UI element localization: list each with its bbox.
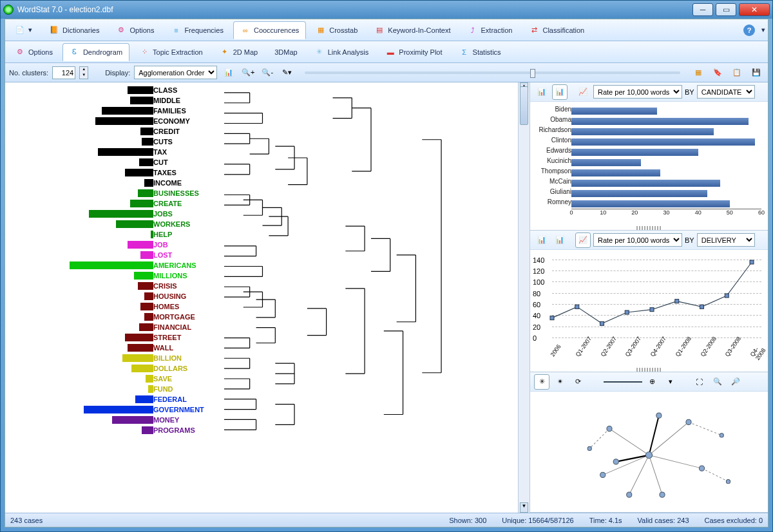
svg-rect-7	[725, 294, 729, 298]
term-label[interactable]: INCOME	[153, 178, 220, 188]
tab-statistics[interactable]: ΣStatistics	[452, 43, 508, 61]
panel-resize-handle[interactable]	[636, 226, 662, 230]
freq-bar	[128, 241, 153, 249]
by-select-2[interactable]: DELIVERY	[697, 233, 755, 247]
hbar-chart-icon[interactable]: 📊	[552, 233, 568, 248]
zoom-out-icon[interactable]: 🔍-	[260, 65, 275, 81]
app-icon	[3, 5, 14, 15]
net-mode-2-icon[interactable]: ✴	[552, 374, 568, 390]
tab-extraction[interactable]: ⤴Extraction	[461, 21, 520, 39]
term-label[interactable]: JOBS	[153, 209, 220, 219]
term-label[interactable]: FEDERAL	[153, 394, 220, 404]
line-chart-icon[interactable]: 📈	[575, 84, 591, 100]
no-clusters-spinner[interactable]: ▲▼	[79, 66, 88, 79]
bar-chart-icon[interactable]: 📊	[534, 233, 549, 248]
line-chart-icon[interactable]: 📈	[575, 233, 591, 248]
bar-value	[571, 108, 657, 115]
chart1-toolbar: 📊 📊 📈 Rate per 10,000 words BY CANDIDATE	[530, 82, 768, 102]
tab-dendrogram[interactable]: ᏋDendrogram	[62, 43, 129, 61]
tab-label: Cooccurences	[254, 26, 299, 34]
term-label[interactable]: JOB	[153, 240, 220, 250]
zoom-out-net-icon[interactable]: 🔎	[728, 374, 743, 390]
tab-classification[interactable]: ⇄Classification	[522, 21, 591, 39]
term-label[interactable]: FINANCIAL	[153, 322, 220, 332]
no-clusters-input[interactable]	[52, 66, 75, 79]
term-label[interactable]: TAXES	[153, 167, 220, 178]
term-label[interactable]: MONEY	[153, 415, 220, 425]
help-button[interactable]: ?	[743, 24, 755, 36]
minimize-button[interactable]: ─	[692, 3, 713, 16]
term-label[interactable]: MORTGAGE	[153, 312, 220, 322]
term-label[interactable]: MILLIONS	[153, 271, 220, 281]
save-icon[interactable]: 💾	[749, 65, 764, 81]
term-label[interactable]: DOLLARS	[153, 363, 220, 374]
term-label[interactable]: CUTS	[153, 137, 220, 147]
rate-select-2[interactable]: Rate per 10,000 words	[593, 233, 682, 247]
tab-topic-extraction[interactable]: ⁘Topic Extraction	[132, 43, 210, 61]
term-label[interactable]: MIDDLE	[153, 95, 220, 106]
term-label[interactable]: CRISIS	[153, 281, 220, 291]
display-select[interactable]: Agglomeration Order	[134, 66, 217, 79]
tab-2d-map[interactable]: ✦2D Map	[213, 43, 265, 61]
term-label[interactable]: FAMILIES	[153, 106, 220, 116]
tab-sub-options[interactable]: ⚙Options	[8, 43, 60, 61]
term-label[interactable]: PROGRAMS	[153, 425, 220, 435]
term-label[interactable]: STREET	[153, 332, 220, 343]
term-label[interactable]: BUSINESSES	[153, 188, 220, 198]
copy-icon[interactable]: 📋	[729, 65, 745, 81]
zoom-in-net-icon[interactable]: 🔍	[710, 374, 725, 390]
term-label[interactable]: FUND	[153, 384, 220, 394]
tab-link-analysis[interactable]: ✳Link Analysis	[307, 43, 376, 61]
term-label[interactable]: ECONOMY	[153, 116, 220, 126]
term-label[interactable]: AMERICANS	[153, 260, 220, 271]
zoom-in-icon[interactable]: 🔍+	[240, 65, 256, 81]
tab-crosstab[interactable]: ▦Crosstab	[309, 21, 365, 39]
term-label[interactable]: SAVE	[153, 374, 220, 384]
by-select-1[interactable]: CANDIDATE	[697, 85, 755, 99]
tab-doc-icon[interactable]: 📄▾	[8, 21, 39, 39]
bar-label: McCain	[533, 178, 571, 185]
panel-resize-handle[interactable]	[636, 368, 662, 372]
fit-icon[interactable]: ⛶	[692, 374, 707, 390]
term-label[interactable]: CUT	[153, 157, 220, 167]
net-mode-1-icon[interactable]: ✳	[534, 374, 549, 390]
hbar-chart-icon[interactable]: 📊	[552, 84, 568, 100]
tag-icon[interactable]: 🔖	[710, 65, 725, 81]
threshold-slider[interactable]	[305, 71, 680, 74]
term-label[interactable]: WALL	[153, 343, 220, 353]
maximize-button[interactable]: ▭	[716, 3, 736, 16]
tab-proximity-plot[interactable]: ▬Proximity Plot	[378, 43, 449, 61]
network-graph[interactable]	[530, 392, 768, 512]
svg-rect-4	[650, 308, 654, 312]
tab-cooccurences[interactable]: ∞Cooccurences	[233, 21, 306, 39]
svg-point-27	[587, 446, 591, 450]
term-label[interactable]: LOST	[153, 250, 220, 260]
vertical-scrollbar[interactable]: ▲ ▼	[518, 82, 530, 513]
svg-line-18	[649, 415, 659, 455]
filter-icon[interactable]: 📊	[221, 65, 236, 81]
term-label[interactable]: WORKERS	[153, 219, 220, 229]
term-label[interactable]: TAX	[153, 147, 220, 157]
filter-nodes-icon[interactable]: ▾	[663, 374, 678, 390]
term-label[interactable]: HELP	[153, 229, 220, 240]
rate-select-1[interactable]: Rate per 10,000 words	[593, 85, 682, 99]
highlight-icon[interactable]: ✎▾	[279, 65, 294, 81]
tab-3d-map[interactable]: 3DMap	[267, 44, 304, 60]
term-label[interactable]: HOUSING	[153, 291, 220, 301]
net-mode-3-icon[interactable]: ⟳	[570, 374, 586, 390]
term-label[interactable]: HOMES	[153, 301, 220, 312]
term-label[interactable]: BILLION	[153, 353, 220, 363]
term-label[interactable]: CREATE	[153, 198, 220, 209]
add-node-icon[interactable]: ⊕	[645, 374, 660, 390]
tab-frequencies[interactable]: ≡Frequencies	[164, 21, 231, 39]
table-icon[interactable]: ▦	[691, 65, 706, 81]
freq-bar	[135, 395, 153, 403]
term-label[interactable]: GOVERNMENT	[153, 404, 220, 415]
tab-dictionaries[interactable]: 📙Dictionaries	[42, 21, 106, 39]
term-label[interactable]: CLASS	[153, 85, 220, 95]
close-button[interactable]: ✕	[739, 3, 770, 16]
tab-kwic[interactable]: ▤Keyword-In-Context	[367, 21, 457, 39]
bar-chart-icon[interactable]: 📊	[534, 84, 549, 100]
term-label[interactable]: CREDIT	[153, 126, 220, 137]
tab-options[interactable]: ⚙Options	[109, 21, 161, 39]
